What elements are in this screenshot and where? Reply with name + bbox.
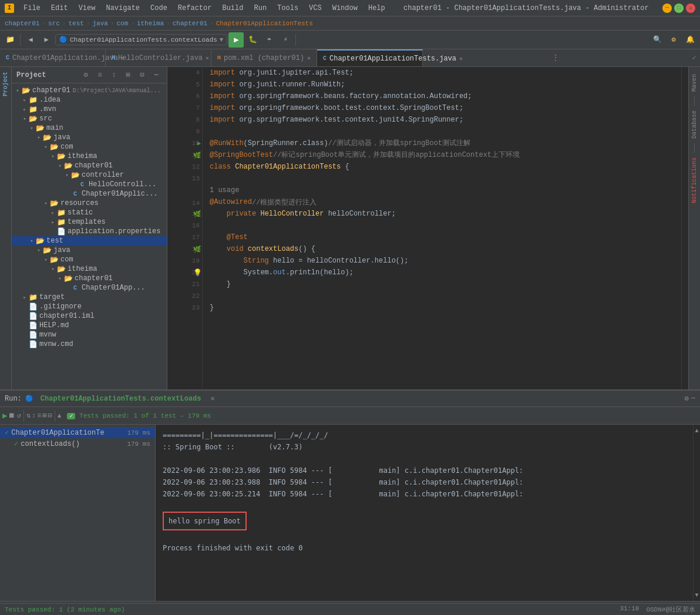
menu-refactor[interactable]: Refactor — [173, 3, 217, 14]
search-everywhere-button[interactable]: 🔍 — [649, 32, 665, 48]
checkmark-button[interactable]: ✓ — [688, 49, 700, 66]
run-collapse-button[interactable]: ⊟ — [48, 411, 52, 420]
breadcrumb-chapter01[interactable]: chapter01 — [5, 20, 39, 27]
tree-item-static[interactable]: ▸ 📁 static — [12, 208, 167, 217]
project-gear-icon[interactable]: ⚙ — [80, 69, 92, 81]
tab-pomxml[interactable]: m pom.xml (chapter01) ✕ — [211, 49, 317, 66]
run-panel-tab-contextloads[interactable]: Chapter01ApplicationTests.contextLoads — [37, 395, 205, 403]
debug-button[interactable]: 🐛 — [245, 32, 260, 48]
run-stop-button[interactable]: ⏹ — [8, 411, 15, 420]
menu-code[interactable]: Code — [146, 3, 172, 14]
tree-item-mvn[interactable]: ▸ 📁 .mvn — [12, 105, 167, 114]
run-rerun-button[interactable]: ↺ — [16, 411, 21, 420]
tree-item-idea[interactable]: ▸ 📁 .idea — [12, 95, 167, 105]
run-panel-minimize-icon[interactable]: ─ — [691, 394, 695, 403]
project-sort-icon[interactable]: ↕ — [108, 69, 120, 81]
tree-item-src[interactable]: ▾ 📂 src — [12, 114, 167, 123]
tree-item-itheima-main[interactable]: ▾ 📂 itheima — [12, 152, 167, 161]
tree-item-chapter01app[interactable]: C Chapter01Applic... — [12, 189, 167, 199]
tree-item-gitignore[interactable]: 📄 .gitignore — [12, 302, 167, 311]
menu-view[interactable]: View — [74, 3, 100, 14]
tree-item-controller[interactable]: ▾ 📂 controller — [12, 170, 167, 180]
tree-item-chapter01-test[interactable]: ▾ 📂 chapter01 — [12, 274, 167, 283]
coverage-button[interactable]: ☂ — [261, 32, 277, 48]
breadcrumb-chapter01-pkg[interactable]: chapter01 — [173, 20, 207, 27]
scrollbar-up-button[interactable]: ▲ — [694, 425, 700, 436]
menu-vcs[interactable]: VCS — [304, 3, 327, 14]
editor-area[interactable]: 4 5 6 7 8 9 10▶ 11🌿 12 13 14 15🌿 16 17 1… — [167, 67, 688, 389]
output-scrollbar[interactable]: ▲ ▼ — [693, 425, 700, 601]
tree-item-itheima-test[interactable]: ▾ 📂 itheima — [12, 264, 167, 274]
tree-item-helpmd[interactable]: 📄 HELP.md — [12, 321, 167, 330]
tree-item-main[interactable]: ▾ 📂 main — [12, 123, 167, 133]
run-up-button[interactable]: ▲ — [58, 412, 62, 419]
project-expand-icon[interactable]: ⊞ — [122, 69, 134, 81]
maven-panel-tab[interactable]: Maven — [690, 72, 699, 94]
tree-item-appprops[interactable]: 📄 application.properties — [12, 227, 167, 236]
tab-chapter01application[interactable]: C Chapter01Application.java ✕ — [0, 49, 106, 66]
menu-navigate[interactable]: Navigate — [101, 3, 144, 14]
notifications-button[interactable]: 🔔 — [682, 32, 698, 48]
breadcrumb-itheima[interactable]: itheima — [137, 20, 164, 27]
scrollbar-down-button[interactable]: ▼ — [694, 589, 700, 601]
tab-close-hellocontroller[interactable]: ✕ — [206, 54, 209, 62]
project-view-button[interactable]: 📁 — [2, 32, 18, 48]
back-button[interactable]: ◀ — [23, 32, 38, 48]
tree-item-hellocontroller[interactable]: C HelloControll... — [12, 180, 167, 189]
run-list-button[interactable]: ≡ — [37, 412, 41, 420]
tree-item-root[interactable]: ▾ 📂 chapter01 D:\Project\JAVA\manual... — [12, 86, 167, 95]
run-panel-settings-icon[interactable]: ⚙ — [685, 394, 689, 403]
run-play-button[interactable]: ▶ — [2, 411, 7, 421]
run-panel-close-tab[interactable]: ✕ — [210, 394, 214, 403]
tree-item-java-main[interactable]: ▾ 📂 java — [12, 133, 167, 142]
breadcrumb-src[interactable]: src — [48, 20, 60, 27]
breadcrumb-test[interactable]: test — [68, 20, 83, 27]
forward-button[interactable]: ▶ — [39, 32, 54, 48]
profile-button[interactable]: ⚡ — [278, 32, 293, 48]
code-content[interactable]: 4 5 6 7 8 9 10▶ 11🌿 12 13 14 15🌿 16 17 1… — [167, 67, 688, 389]
settings-button[interactable]: ⚙ — [666, 32, 681, 48]
tree-item-java-test[interactable]: ▾ 📂 java — [12, 246, 167, 255]
project-scope-icon[interactable]: ≡ — [94, 69, 106, 81]
run-output-panel[interactable]: =========|_|==============|___/=/_/_/_/ … — [156, 425, 693, 601]
run-sort2-button[interactable]: ↕ — [32, 412, 36, 420]
run-sort-button[interactable]: ⇅ — [26, 411, 31, 420]
project-tab[interactable]: Project — [0, 69, 11, 99]
tab-close-pomxml[interactable]: ✕ — [307, 54, 311, 62]
tree-item-chapter01-pkg[interactable]: ▾ 📂 chapter01 — [12, 161, 167, 170]
tree-item-mvnwcmd[interactable]: 📄 mvnw.cmd — [12, 340, 167, 349]
tree-item-iml[interactable]: 📄 chapter01.iml — [12, 311, 167, 321]
tab-close-chapter01tests[interactable]: ✕ — [459, 55, 463, 63]
run-config-selector[interactable]: 🔵 Chapter01ApplicationTests.contextLoads… — [55, 34, 227, 45]
tab-hellocontroller[interactable]: H HelloController.java ✕ — [106, 49, 211, 66]
menu-run[interactable]: Run — [249, 3, 271, 14]
menu-edit[interactable]: Edit — [46, 3, 73, 14]
tree-item-mvnw[interactable]: 📄 mvnw — [12, 330, 167, 340]
editor-scrollbar[interactable] — [681, 67, 688, 389]
menu-help[interactable]: Help — [364, 3, 390, 14]
breadcrumb-java[interactable]: java — [92, 20, 107, 27]
tree-item-chapter01tests-file[interactable]: C Chapter01App... — [12, 283, 167, 293]
run-tree-item-suite[interactable]: ✓ Chapter01ApplicationTe 179 ms — [0, 427, 155, 438]
menu-window[interactable]: Window — [328, 3, 362, 14]
menu-tools[interactable]: Tools — [272, 3, 303, 14]
tab-chapter01tests[interactable]: C Chapter01ApplicationTests.java ✕ — [317, 49, 423, 66]
breadcrumb-com[interactable]: com — [116, 20, 128, 27]
scrollbar-track[interactable] — [694, 436, 700, 589]
breadcrumb-class[interactable]: Chapter01ApplicationTests — [216, 20, 313, 27]
tree-item-test[interactable]: ▾ 📂 test — [12, 236, 167, 246]
project-settings-icon[interactable]: ⋯ — [150, 69, 162, 81]
database-panel-tab[interactable]: Database — [690, 108, 699, 141]
tree-item-resources[interactable]: ▾ 📂 resources — [12, 199, 167, 208]
notifications-panel-tab[interactable]: Notifications — [690, 155, 699, 206]
maximize-button[interactable]: □ — [674, 4, 684, 13]
run-button[interactable]: ▶ — [228, 32, 244, 48]
run-expand-button[interactable]: ⊞ — [42, 411, 46, 420]
menu-file[interactable]: File — [19, 3, 45, 14]
menu-bar[interactable]: File Edit View Navigate Code Refactor Bu… — [19, 3, 390, 14]
run-tree-item-test[interactable]: ✓ contextLoads() 179 ms — [0, 438, 155, 449]
tree-item-target[interactable]: ▸ 📁 target — [12, 293, 167, 302]
tree-item-com-test[interactable]: ▾ 📂 com — [12, 255, 167, 264]
project-collapse-icon[interactable]: ⊟ — [136, 69, 148, 81]
code-body[interactable]: import org.junit.jupiter.api.Test; impor… — [203, 67, 681, 389]
